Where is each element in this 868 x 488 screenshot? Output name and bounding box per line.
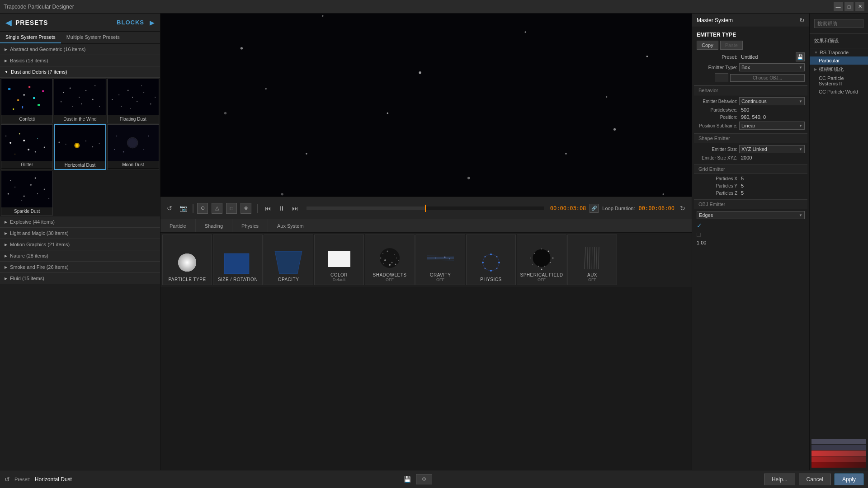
paste-button[interactable]: Paste [720, 41, 743, 50]
tree-item-cc-particle[interactable]: CC Particle Systems II [810, 74, 868, 88]
circle-button[interactable]: ⊙ [197, 203, 208, 214]
category-light[interactable]: ▶ Light and Magic (30 items) [0, 228, 160, 239]
save-preset-button[interactable]: 💾 [404, 476, 411, 483]
svg-rect-10 [54, 79, 105, 115]
tab-multiple-system[interactable]: Multiple System Presets [61, 32, 125, 43]
position-subframe-dropdown[interactable]: Linear ▼ [739, 122, 805, 130]
left-panel: ◀ PRESETS BLOCKS ▶ Single System Presets… [0, 14, 160, 470]
pause-button[interactable]: ⏸ [277, 204, 287, 213]
tab-shading[interactable]: Shading [196, 219, 232, 232]
choose-obj-button[interactable]: Choose OBJ... [730, 74, 805, 82]
block-size-rotation[interactable]: SIZE / ROTATION [213, 235, 263, 285]
block-physics[interactable]: PHYSICS [466, 235, 516, 285]
refresh-button[interactable]: ↻ [799, 17, 805, 24]
timeline[interactable] [307, 206, 544, 210]
svg-point-74 [524, 31, 526, 33]
category-nature[interactable]: ▶ Nature (28 items) [0, 250, 160, 262]
go-end-button[interactable]: ⏭ [290, 204, 300, 213]
block-shadowlets[interactable]: SHADOWLETS OFF [365, 235, 415, 285]
svg-point-80 [565, 153, 567, 155]
category-nature-label: Nature (28 items) [10, 253, 48, 258]
tab-single-system[interactable]: Single System Presets [0, 32, 61, 43]
category-arrow-icon: ▶ [5, 47, 7, 52]
preset-item-confetti[interactable]: Confetti [1, 79, 53, 123]
preset-item-dust-wind[interactable]: Dust in the Wind [54, 79, 106, 123]
help-button[interactable]: Help... [764, 474, 795, 485]
blocks-arrow-icon[interactable]: ▶ [150, 19, 155, 26]
minimize-button[interactable]: — [834, 2, 843, 11]
preset-item-sparkle-dust[interactable]: Sparkle Dust [1, 171, 53, 216]
category-fluid-label: Fluid (15 items) [10, 276, 44, 281]
camera-button[interactable]: 📷 [178, 204, 189, 213]
block-particle-type[interactable]: PARTICLE TYPE [162, 235, 212, 285]
loop-button[interactable]: ↻ [678, 204, 687, 213]
undo-button[interactable]: ↺ [5, 476, 10, 483]
tab-particle[interactable]: Particle [160, 219, 196, 232]
emitter-size-label: Emitter Size: [697, 147, 737, 152]
category-basics[interactable]: ▶ Basics (18 items) [0, 55, 160, 66]
svg-point-30 [112, 99, 113, 100]
category-dust[interactable]: ▼ Dust and Debris (7 items) [0, 66, 160, 78]
block-shadowlets-label: SHADOWLETS [373, 272, 406, 277]
tab-aux[interactable]: Aux System [268, 219, 313, 232]
emitter-type-dropdown[interactable]: Box ▼ [739, 63, 805, 71]
category-motion[interactable]: ▶ Motion Graphics (21 items) [0, 239, 160, 250]
category-light-label: Light and Magic (30 items) [10, 230, 69, 236]
category-dust-label: Dust and Debris (7 items) [11, 69, 67, 75]
tree-item-blur[interactable]: ▶ 模糊和锐化 [810, 65, 868, 74]
emitter-size-xyz-value: 2000 [739, 155, 752, 160]
svg-point-31 [155, 97, 156, 98]
reset-button[interactable]: ↺ [165, 204, 174, 213]
tree-item-cc-particle-label: CC Particle Systems II [819, 75, 863, 86]
block-color-preview [315, 243, 363, 272]
titlebar-title: Trapcode Particular Designer [4, 4, 74, 10]
block-spherical-field-label: SPHERICAL FIELD [520, 272, 563, 277]
preset-save-button[interactable]: 💾 [796, 52, 805, 61]
far-right-help-label: 效果和预设 [810, 34, 868, 48]
obj-emitter-dropdown[interactable]: Edges ▼ [697, 211, 805, 219]
svg-point-135 [552, 257, 554, 258]
go-start-button[interactable]: ⏮ [263, 204, 273, 213]
loop-icon[interactable]: 🔗 [590, 204, 599, 213]
tree-item-cc-world[interactable]: CC Particle World [810, 88, 868, 96]
square-button[interactable]: □ [226, 203, 237, 214]
apply-button[interactable]: Apply [835, 474, 863, 485]
svg-point-18 [94, 85, 95, 86]
copy-button[interactable]: Copy [697, 41, 718, 50]
block-gravity[interactable]: GRAVITY OFF [415, 235, 465, 285]
preset-item-floating-dust[interactable]: Floating Dust [107, 79, 159, 123]
block-opacity[interactable]: OPACITY [264, 235, 313, 285]
preset-item-horizontal-dust[interactable]: Horizontal Dust [54, 124, 106, 170]
tree-item-particular[interactable]: Particular [810, 56, 868, 65]
color-bar-2 [811, 445, 866, 450]
block-aux[interactable]: AUX OFF [567, 235, 617, 285]
close-button[interactable]: ✕ [855, 2, 864, 11]
svg-point-103 [392, 262, 393, 263]
checkbox-unchecked-icon: □ [697, 231, 700, 238]
svg-point-81 [646, 56, 648, 57]
block-spherical-field[interactable]: SPHERICAL FIELD OFF [517, 235, 566, 285]
triangle-button[interactable]: △ [212, 203, 222, 214]
emitter-size-dropdown[interactable]: XYZ Linked ▼ [739, 145, 805, 153]
cancel-button[interactable]: Cancel [799, 474, 831, 485]
svg-point-71 [241, 47, 243, 49]
category-fluid[interactable]: ▶ Fluid (15 items) [0, 273, 160, 284]
block-color[interactable]: COLOR Default [314, 235, 364, 285]
category-explosive[interactable]: ▶ Explosive (44 items) [0, 216, 160, 228]
preset-item-moon-dust[interactable]: Moon Dust [107, 124, 159, 170]
maximize-button[interactable]: □ [844, 2, 854, 11]
eye-button[interactable]: 👁 [241, 203, 251, 214]
tree-item-rs-trapcode[interactable]: ▼ RS Trapcode [810, 48, 868, 56]
settings-button[interactable]: ⚙ [416, 474, 432, 484]
category-smoke[interactable]: ▶ Smoke and Fire (26 items) [0, 262, 160, 273]
preset-item-glitter[interactable]: Glitter [1, 124, 53, 170]
preset-thumbnail-floating-dust [108, 79, 159, 115]
svg-rect-4 [38, 104, 40, 106]
emitter-behavior-dropdown[interactable]: Continuous ▼ [739, 97, 805, 105]
category-abstract[interactable]: ▶ Abstract and Geometric (16 items) [0, 44, 160, 55]
search-input[interactable] [817, 21, 868, 26]
block-shadowlets-preview [365, 243, 414, 272]
svg-point-132 [532, 264, 533, 265]
back-button[interactable]: ◀ [5, 18, 12, 28]
tab-physics[interactable]: Physics [232, 219, 268, 232]
